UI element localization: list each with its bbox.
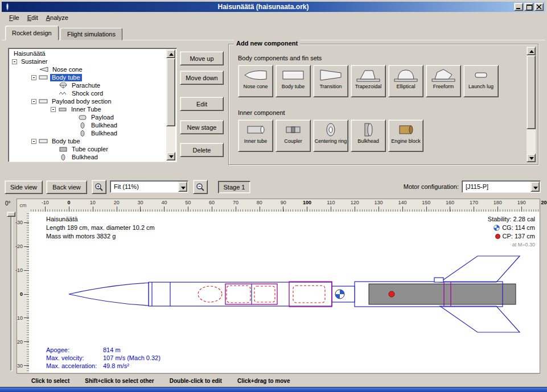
scroll-down-button[interactable]: [527, 154, 536, 162]
engine-block-icon: [393, 122, 418, 137]
scroll-up-button[interactable]: [527, 47, 536, 55]
ruler-label: 200: [541, 200, 547, 205]
collapse-icon[interactable]: [31, 75, 36, 80]
ruler-label: -30: [15, 220, 23, 225]
tree-item-label: Payload: [89, 114, 116, 121]
tree-item-bulkhead[interactable]: Bulkhead: [10, 129, 166, 137]
scroll-up-button[interactable]: [166, 49, 175, 58]
ruler-unit-label: cm: [17, 199, 29, 212]
zoom-in-button[interactable]: [92, 180, 106, 194]
tree-item-label: Body tube: [50, 138, 82, 145]
ruler-label: 150: [422, 200, 430, 205]
app-icon[interactable]: [3, 3, 11, 11]
component-scrollbar[interactable]: [527, 47, 536, 162]
menu-edit[interactable]: Edit: [23, 13, 42, 23]
tree-scrollbar[interactable]: [166, 49, 175, 160]
tree-item-payload[interactable]: Payload: [10, 113, 166, 121]
chevron-down-icon[interactable]: [530, 181, 540, 192]
rotation-angle-label: 0°: [5, 200, 11, 207]
zoom-select[interactable]: Fit (11%): [110, 180, 188, 193]
flight-estimates: Apogee:814 m Max. velocity:107 m/s (Mach…: [46, 346, 161, 370]
add-engine-block-button[interactable]: Engine block: [388, 119, 423, 152]
ruler-label: 110: [327, 200, 335, 205]
body-tube-icon: [39, 98, 48, 104]
tree-item-tube-coupler[interactable]: Tube coupler: [10, 145, 166, 153]
coupler-icon: [281, 122, 306, 137]
scroll-thumb[interactable]: [166, 58, 175, 126]
tab-rocket-design[interactable]: Rocket design: [5, 26, 59, 40]
add-inner-tube-button[interactable]: Inner tube: [238, 119, 273, 152]
rocket-canvas[interactable]: Haisunäätä Length 189 cm, max. diameter …: [29, 212, 540, 373]
ruler-label: 40: [161, 200, 167, 205]
add-centering-ring-button[interactable]: Centering ring: [313, 119, 348, 152]
add-nose-cone-button[interactable]: Nose cone: [238, 65, 273, 97]
group-title: Add new component: [234, 40, 300, 47]
tab-label: Rocket design: [12, 30, 52, 36]
menubar: File Edit Analyze: [2, 12, 545, 23]
max-velocity-value: 107 m/s (Mach 0.32): [103, 354, 161, 361]
titlebar[interactable]: Haisunäätä (haisunaata.ork): [2, 2, 545, 12]
close-button[interactable]: [534, 3, 544, 11]
ruler-label: 10: [90, 200, 96, 205]
tree-item-inner-tube[interactable]: Inner Tube: [10, 105, 166, 113]
add-elliptical-fin-button[interactable]: Elliptical: [388, 65, 423, 97]
stage-1-toggle[interactable]: Stage 1: [218, 181, 250, 193]
collapse-icon[interactable]: [12, 59, 17, 64]
back-view-button[interactable]: Back view: [46, 180, 87, 194]
move-down-button[interactable]: Move down: [180, 71, 224, 85]
tree-item-body-tube[interactable]: Body tube: [10, 73, 166, 81]
minimize-button[interactable]: [514, 3, 523, 11]
component-tree[interactable]: Haisunäätä Sustainer Nose cone Body tube…: [8, 48, 177, 162]
rotation-slider-thumb[interactable]: [7, 212, 15, 217]
new-stage-button[interactable]: New stage: [180, 120, 224, 134]
collapse-icon[interactable]: [31, 99, 36, 104]
zoom-out-button[interactable]: [193, 180, 208, 194]
edit-button[interactable]: Edit: [180, 97, 224, 111]
add-trapezoidal-fin-button[interactable]: Trapezoidal: [351, 65, 386, 97]
add-bulkhead-button[interactable]: Bulkhead: [351, 119, 386, 152]
add-body-tube-button[interactable]: Body tube: [275, 65, 311, 97]
ruler-label: 160: [446, 200, 454, 205]
move-up-button[interactable]: Move up: [180, 51, 224, 65]
add-transition-button[interactable]: Transition: [313, 65, 348, 97]
tab-flight-simulations[interactable]: Flight simulations: [60, 28, 122, 40]
tree-item-label: Nose cone: [51, 66, 84, 73]
collapse-icon[interactable]: [51, 107, 56, 112]
tree-item-nose-cone[interactable]: Nose cone: [10, 65, 166, 73]
app-window: Haisunäätä (haisunaata.ork) File Edit An…: [0, 0, 547, 392]
menu-analyze[interactable]: Analyze: [42, 13, 72, 23]
tree-item-bulkhead-aft[interactable]: Bulkhead: [10, 153, 166, 160]
side-view-button[interactable]: Side view: [5, 180, 43, 194]
tree-item-sustainer[interactable]: Sustainer: [10, 57, 166, 65]
tree-item-rocket[interactable]: Haisunäätä: [10, 49, 166, 57]
tree-item-bulkhead[interactable]: Bulkhead: [10, 121, 166, 129]
tree-item-payload-body-section[interactable]: Payload body section: [10, 97, 166, 105]
delete-button[interactable]: Delete: [180, 143, 224, 157]
apogee-label: Apogee:: [46, 346, 103, 354]
tree-item-shock-cord[interactable]: Shock cord: [10, 89, 166, 97]
cp-marker: [389, 291, 394, 297]
ruler-label: -10: [42, 200, 49, 205]
add-freeform-fin-button[interactable]: Freeform: [426, 65, 461, 97]
collapse-icon[interactable]: [31, 139, 36, 144]
tree-item-label: Inner Tube: [69, 106, 103, 113]
add-launch-lug-button[interactable]: Launch lug: [463, 65, 499, 97]
rotation-slider[interactable]: [10, 213, 13, 371]
ruler-label: 80: [257, 200, 262, 205]
motor-configuration-label: Motor configuration:: [404, 183, 459, 190]
maximize-button[interactable]: [524, 3, 533, 11]
add-coupler-button[interactable]: Coupler: [275, 119, 311, 152]
scroll-down-button[interactable]: [166, 152, 175, 160]
tree-item-body-tube-aft[interactable]: Body tube: [10, 137, 166, 145]
ruler-label: 30: [17, 363, 23, 369]
scroll-thumb[interactable]: [527, 55, 536, 129]
cp-icon: [495, 234, 500, 239]
chevron-down-icon[interactable]: [178, 181, 187, 192]
motor-configuration-select[interactable]: [J115-P]: [462, 180, 541, 193]
horizontal-ruler: -100102030405060708090100110120130140150…: [29, 199, 540, 212]
ruler-label: 10: [17, 315, 23, 321]
tree-item-parachute[interactable]: Parachute: [10, 81, 166, 89]
transition-icon: [318, 68, 343, 82]
menu-file[interactable]: File: [5, 13, 23, 23]
body-components-label: Body components and fin sets: [238, 55, 322, 61]
